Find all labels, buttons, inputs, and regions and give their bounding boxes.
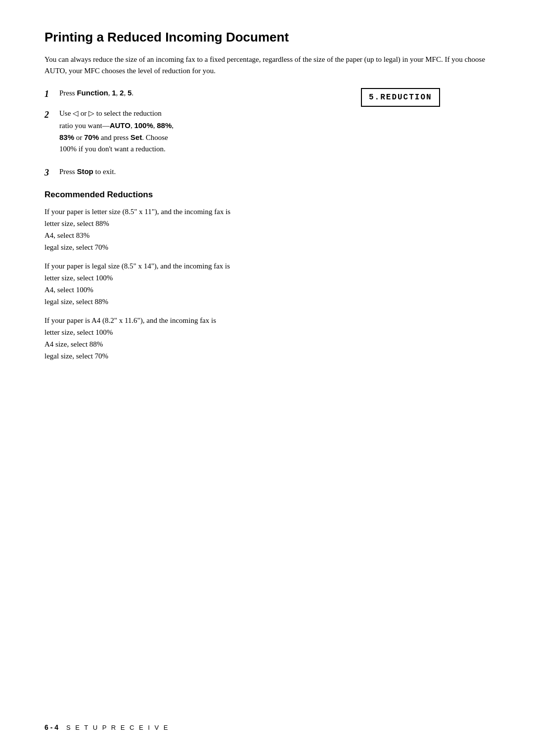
step-2-bold-100: 100% [134,121,153,130]
step-2-bold-70: 70% [84,133,99,141]
step-3-content: Press Stop to exit. [59,166,490,180]
steps-and-lcd: 1 Press Function, 1, 2, 5. 2 Use ◁ or ▷ … [44,87,490,162]
step-1-bold-3: 5 [128,89,132,97]
rec-paragraph-letter: If your paper is letter size (8.5" x 11"… [44,206,490,253]
rec-legal-intro: If your paper is legal size (8.5" x 14")… [44,262,230,270]
rec-a4-line-3: legal size, select 70% [44,350,490,362]
step-1-content: Press Function, 1, 2, 5. [59,87,346,101]
step-2-bold-set: Set [131,133,142,141]
recommended-reductions-section: Recommended Reductions If your paper is … [44,190,490,362]
step-3-number: 3 [44,166,59,180]
rec-letter-intro: If your paper is letter size (8.5" x 11"… [44,208,230,216]
step-2-bold-auto: AUTO [110,121,131,130]
rec-a4-line-2: A4 size, select 88% [44,338,490,350]
step-1: 1 Press Function, 1, 2, 5. [44,87,346,101]
rec-letter-line-3: legal size, select 70% [44,241,490,253]
subsection-title: Recommended Reductions [44,190,490,200]
step-1-bold: Function [77,89,108,97]
step-3-bold-stop: Stop [77,167,93,176]
step-3: 3 Press Stop to exit. [44,166,490,180]
steps-left-column: 1 Press Function, 1, 2, 5. 2 Use ◁ or ▷ … [44,87,346,162]
rec-legal-line-3: legal size, select 88% [44,296,490,308]
step-2-bold-88: 88% [157,121,172,130]
lcd-display: 5.REDUCTION [361,88,440,107]
rec-paragraph-a4: If your paper is A4 (8.2" x 11.6"), and … [44,314,490,362]
arrow-left-icon: ◁ [73,109,79,117]
footer-chapter-title: S E T U P R E C E I V E [66,724,169,731]
rec-letter-line-1: letter size, select 88% [44,218,490,229]
step-1-bold-2: 2 [120,89,124,97]
step-2-bold-83: 83% [59,133,74,141]
arrow-right-icon: ▷ [89,109,94,117]
page-title: Printing a Reduced Incoming Document [44,30,490,45]
rec-letter-line-2: A4, select 83% [44,229,490,241]
rec-legal-line-2: A4, select 100% [44,284,490,296]
rec-a4-line-1: letter size, select 100% [44,326,490,338]
rec-legal-line-1: letter size, select 100% [44,272,490,284]
step-1-bold-1: 1 [112,89,116,97]
page-footer: 6 - 4 S E T U P R E C E I V E [44,723,490,731]
step-2-number: 2 [44,108,59,155]
lcd-display-container: 5.REDUCTION [361,87,490,162]
step-2-content: Use ◁ or ▷ to select the reduction ratio… [59,108,346,155]
step-1-number: 1 [44,87,59,101]
intro-paragraph: You can always reduce the size of an inc… [44,54,490,77]
footer-page-number: 6 - 4 [44,723,58,731]
rec-a4-intro: If your paper is A4 (8.2" x 11.6"), and … [44,316,216,324]
step-2: 2 Use ◁ or ▷ to select the reduction rat… [44,108,346,155]
rec-paragraph-legal: If your paper is legal size (8.5" x 14")… [44,260,490,308]
